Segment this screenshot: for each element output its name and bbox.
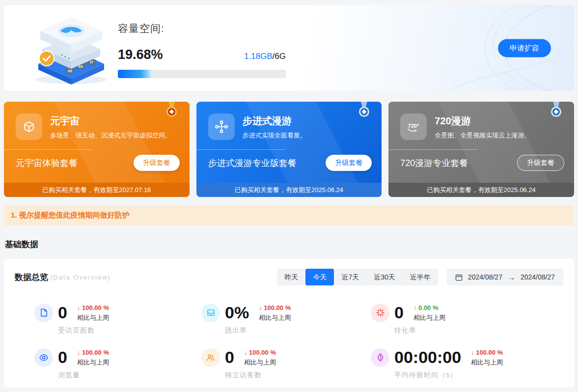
stat-label: 浏览量	[58, 371, 201, 380]
gold-medal-icon	[166, 102, 178, 117]
up-arrow-icon: ↑	[413, 304, 417, 311]
down-arrow-icon: ↓	[77, 304, 81, 311]
burst-icon	[371, 304, 389, 322]
divider	[388, 149, 477, 150]
720-degree-icon: 720°	[400, 113, 427, 140]
delta-percent: 100.00 %	[249, 349, 276, 356]
down-arrow-icon: ↓	[77, 349, 81, 356]
storage-illustration: 3G 6G 1T	[25, 11, 118, 85]
section-title: 基础数据	[4, 239, 574, 250]
compare-label: 相比与上周	[244, 358, 276, 367]
tab-yesterday[interactable]: 昨天	[277, 269, 305, 285]
purchase-status: 已购买相关套餐，有效期至2027.07.16	[4, 183, 190, 197]
stats-grid: 0 ↓ 100.00 % 相比与上周 受访页面数 0% ↓ 100.00 %	[34, 303, 563, 380]
capacity-info: 容量空间: 19.68% 1.18GB/6G	[118, 22, 286, 78]
stat-avg-stay-time: 00:00:00 ↓ 100.00 % 相比与上周 平均停留时间（s）	[371, 348, 563, 380]
tab-today[interactable]: 今天	[305, 269, 334, 285]
stat-value: 0%	[225, 303, 249, 322]
card-desc: 步进式实现全面看展。	[243, 131, 306, 140]
divider	[196, 149, 285, 150]
stat-label: 独立访客数	[225, 371, 371, 380]
card-720-roaming: 720° 720漫游 全景图、全景视频实现云上漫游。 720漫游专业套餐 升级套…	[388, 102, 574, 197]
package-cards: 元宇宙 多场景、强互动、沉浸式元宇宙虚拟空间。 元宇宙体验套餐 升级套餐 已购买…	[4, 102, 574, 197]
check-badge-icon	[39, 51, 54, 66]
capacity-progress-track	[118, 70, 286, 78]
svg-text:3G: 3G	[68, 69, 73, 73]
eye-icon	[34, 348, 53, 367]
blue-medal-icon	[550, 102, 562, 117]
stat-bounce-rate: 0% ↓ 100.00 % 相比与上周 跳出率	[201, 303, 371, 335]
delta-percent: 100.00 %	[264, 304, 291, 311]
stat-value: 0	[58, 303, 67, 322]
stat-value: 0	[394, 303, 404, 322]
users-icon	[201, 348, 220, 367]
capacity-section: 3G 6G 1T 容量空间: 19.68% 1.	[4, 5, 574, 91]
stat-value: 0	[225, 348, 234, 367]
notice-banner[interactable]: 1. 视尔提醒您值此疫情期间做好防护	[4, 205, 574, 225]
card-step-roaming: 步进式漫游 步进式实现全面看展。 步进式漫游专业版套餐 升级套餐 已购买相关套餐…	[196, 102, 382, 197]
delta-percent: 100.00 %	[82, 349, 109, 356]
upgrade-button[interactable]: 升级套餐	[134, 155, 180, 171]
capacity-progress-fill	[118, 70, 151, 78]
capacity-percent: 19.68%	[118, 47, 163, 62]
calendar-icon	[455, 274, 463, 281]
compare-label: 相比与上周	[471, 358, 503, 367]
stat-visited-pages: 0 ↓ 100.00 % 相比与上周 受访页面数	[34, 303, 201, 335]
plan-name: 步进式漫游专业版套餐	[208, 157, 297, 169]
apply-expand-button[interactable]: 申请扩容	[498, 39, 551, 57]
plan-name: 720漫游专业套餐	[400, 157, 468, 169]
panel-title: 数据总览	[15, 272, 48, 283]
capacity-usage: 1.18GB/6G	[244, 52, 286, 61]
purchase-status: 已购买相关套餐，有效期至2025.06.24	[196, 183, 382, 197]
delta-percent: 0.00 %	[418, 304, 438, 311]
blue-medal-icon	[358, 102, 370, 117]
inbox-icon	[201, 304, 220, 322]
stat-label: 受访页面数	[58, 326, 201, 335]
plan-name: 元宇宙体验套餐	[16, 157, 78, 169]
tab-half-year[interactable]: 近半年	[403, 269, 438, 285]
svg-text:1T: 1T	[89, 60, 94, 64]
purchase-status: 已购买相关套餐，有效期至2025.06.24	[388, 183, 574, 197]
compare-label: 相比与上周	[77, 358, 109, 367]
compare-label: 相比与上周	[259, 313, 291, 322]
notice-text: 1. 视尔提醒您值此疫情期间做好防护	[11, 211, 130, 220]
data-overview-panel: 数据总览 (Data Overview) 昨天 今天 近7天 近30天 近半年 …	[4, 259, 574, 388]
upgrade-button[interactable]: 升级套餐	[517, 155, 564, 171]
date-to: 2024/08/27	[521, 273, 555, 281]
stat-value: 0	[58, 348, 67, 367]
svg-text:720°: 720°	[408, 123, 419, 129]
dashboard-page: 3G 6G 1T 容量空间: 19.68% 1.	[0, 5, 578, 392]
tab-last7days[interactable]: 近7天	[334, 269, 366, 285]
stat-unique-visitors: 0 ↓ 100.00 % 相比与上周 独立访客数	[201, 348, 371, 380]
capacity-used: 1.18GB	[244, 52, 273, 61]
stat-label: 平均停留时间（s）	[394, 371, 563, 380]
card-title: 元宇宙	[50, 114, 171, 128]
cube-icon	[16, 113, 42, 140]
card-metaverse: 元宇宙 多场景、强互动、沉浸式元宇宙虚拟空间。 元宇宙体验套餐 升级套餐 已购买…	[4, 102, 190, 197]
card-title: 720漫游	[435, 114, 530, 128]
panel-subtitle: (Data Overview)	[50, 274, 111, 281]
svg-text:6G: 6G	[79, 65, 83, 68]
stat-value: 00:00:00	[394, 348, 461, 367]
watch-icon	[371, 348, 389, 367]
compare-label: 相比与上周	[77, 313, 109, 322]
date-range-arrow: →	[508, 273, 515, 281]
down-arrow-icon: ↓	[259, 304, 262, 311]
time-range-tabs: 昨天 今天 近7天 近30天 近半年	[277, 269, 438, 285]
capacity-total: /6G	[273, 52, 286, 61]
document-icon	[34, 304, 53, 322]
card-desc: 多场景、强互动、沉浸式元宇宙虚拟空间。	[50, 131, 171, 140]
divider	[4, 149, 93, 150]
walk-nodes-icon	[208, 113, 235, 140]
down-arrow-icon: ↓	[244, 349, 248, 356]
upgrade-button[interactable]: 升级套餐	[326, 155, 372, 171]
stat-label: 跳出率	[225, 326, 371, 335]
delta-percent: 100.00 %	[476, 349, 503, 356]
capacity-title: 容量空间:	[118, 22, 286, 35]
delta-percent: 100.00 %	[82, 304, 109, 311]
date-range-picker[interactable]: 2024/08/27 → 2024/08/27	[447, 269, 563, 285]
stat-label: 转化率	[394, 326, 563, 335]
tab-last30days[interactable]: 近30天	[366, 269, 403, 285]
stat-page-views: 0 ↓ 100.00 % 相比与上周 浏览量	[34, 348, 201, 380]
card-title: 步进式漫游	[243, 114, 306, 128]
